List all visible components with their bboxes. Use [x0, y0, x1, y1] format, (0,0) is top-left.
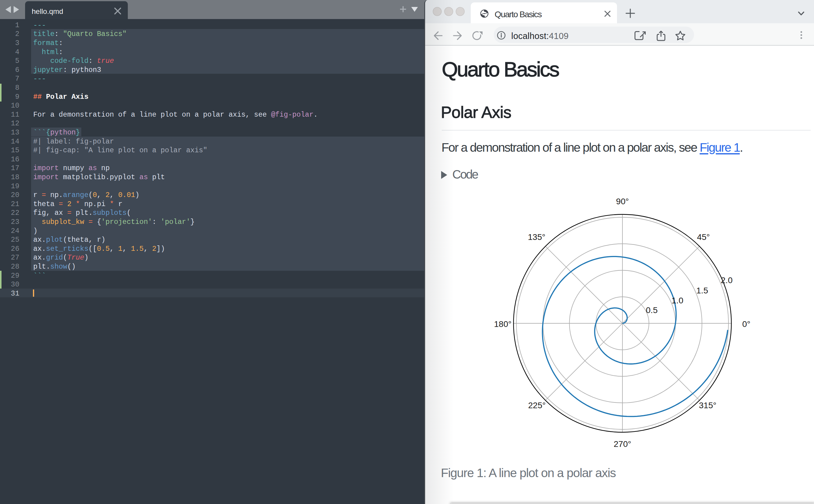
- svg-text:2.0: 2.0: [721, 276, 733, 285]
- svg-text:45°: 45°: [697, 232, 710, 242]
- svg-text:1.5: 1.5: [696, 286, 708, 295]
- svg-text:180°: 180°: [494, 319, 512, 329]
- svg-text:0.5: 0.5: [646, 305, 658, 315]
- svg-text:270°: 270°: [614, 439, 631, 449]
- svg-text:135°: 135°: [528, 232, 545, 242]
- svg-text:315°: 315°: [699, 401, 716, 410]
- svg-text:1.0: 1.0: [672, 296, 683, 305]
- svg-text:90°: 90°: [616, 197, 629, 206]
- svg-text:0°: 0°: [742, 319, 751, 329]
- svg-text:225°: 225°: [528, 401, 546, 410]
